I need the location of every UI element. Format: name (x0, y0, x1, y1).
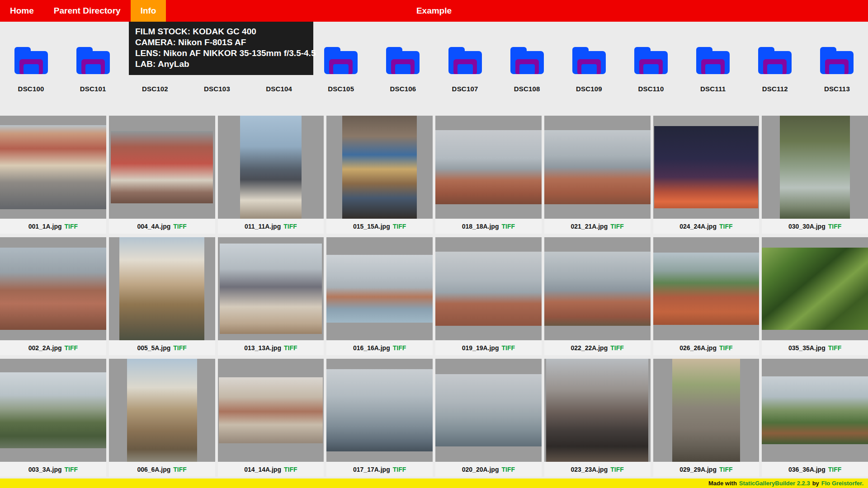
photo-format-link[interactable]: TIFF (501, 344, 515, 352)
photo-thumbnail[interactable] (0, 248, 106, 330)
photo-thumbnail[interactable] (762, 376, 868, 444)
folder-icon-inner (333, 64, 349, 74)
gallery-cell: 003_3A.jpgTIFF (0, 359, 106, 477)
photo-thumbnail[interactable] (435, 374, 542, 446)
footer-author-link[interactable]: Flo Greistorfer. (821, 480, 863, 487)
folder-icon-inner (395, 64, 410, 74)
photo-filename: 019_19A.jpg (462, 344, 499, 352)
photo-format-link[interactable]: TIFF (283, 223, 297, 230)
photo-thumbnail[interactable] (326, 255, 433, 323)
photo-thumbnail[interactable] (435, 252, 542, 326)
photo-label: 004_4A.jpgTIFF (109, 219, 215, 234)
photo-area (544, 359, 651, 462)
folder-label: DSC113 (824, 85, 850, 93)
folder-item-dsc110[interactable]: DSC110 (620, 47, 682, 116)
photo-thumbnail[interactable] (762, 248, 868, 330)
photo-thumbnail[interactable] (544, 252, 651, 326)
photo-format-link[interactable]: TIFF (501, 223, 515, 230)
photo-format-link[interactable]: TIFF (65, 223, 78, 230)
photo-thumbnail[interactable] (240, 116, 302, 219)
photo-format-link[interactable]: TIFF (284, 344, 297, 352)
photo-format-link[interactable]: TIFF (173, 344, 187, 352)
photo-format-link[interactable]: TIFF (501, 466, 515, 473)
folder-item-dsc113[interactable]: DSC113 (806, 47, 868, 116)
folder-item-dsc111[interactable]: DSC111 (682, 47, 744, 116)
folder-item-dsc109[interactable]: DSC109 (558, 47, 620, 116)
folder-icon-inner (85, 64, 101, 74)
folder-label: DSC112 (762, 85, 788, 93)
photo-format-link[interactable]: TIFF (610, 466, 624, 473)
folder-label: DSC107 (452, 85, 478, 93)
photo-filename: 011_11A.jpg (245, 223, 281, 230)
folder-label: DSC100 (18, 85, 44, 93)
photo-label: 005_5A.jpgTIFF (109, 340, 215, 355)
photo-thumbnail[interactable] (111, 131, 212, 203)
photo-format-link[interactable]: TIFF (173, 223, 187, 230)
photo-thumbnail[interactable] (342, 116, 416, 219)
photo-thumbnail[interactable] (653, 253, 760, 325)
gallery-cell: 036_36A.jpgTIFF (762, 359, 868, 477)
gallery-cell: 004_4A.jpgTIFF (109, 116, 215, 234)
photo-format-link[interactable]: TIFF (719, 223, 733, 230)
folder-item-dsc112[interactable]: DSC112 (744, 47, 806, 116)
gallery-cell: 019_19A.jpgTIFF (435, 237, 542, 355)
photo-format-link[interactable]: TIFF (828, 344, 842, 352)
nav-item-parent-directory[interactable]: Parent Directory (44, 0, 131, 22)
photo-format-link[interactable]: TIFF (65, 466, 78, 473)
photo-thumbnail[interactable] (127, 359, 197, 462)
tooltip-lab: LAB: AnyLab (135, 59, 307, 70)
photo-thumbnail[interactable] (780, 116, 850, 219)
photo-format-link[interactable]: TIFF (610, 344, 624, 352)
tooltip-lens: LENS: Nikon AF NIKKOR 35-135mm f/3.5-4.5 (135, 48, 307, 59)
photo-thumbnail[interactable] (0, 372, 106, 449)
gallery-cell: 006_6A.jpgTIFF (109, 359, 215, 477)
folder-icon-inner (705, 64, 721, 74)
folder-item-dsc107[interactable]: DSC107 (434, 47, 496, 116)
photo-format-link[interactable]: TIFF (828, 223, 842, 230)
gallery-cell: 017_17A.jpgTIFF (326, 359, 433, 477)
photo-format-link[interactable]: TIFF (284, 466, 297, 473)
photo-format-link[interactable]: TIFF (610, 223, 624, 230)
photo-format-link[interactable]: TIFF (173, 466, 187, 473)
footer-builder-link[interactable]: StaticGalleryBuilder 2.2.3 (739, 480, 810, 487)
photo-thumbnail[interactable] (219, 377, 323, 443)
photo-format-link[interactable]: TIFF (393, 466, 406, 473)
photo-area (218, 237, 324, 340)
photo-label: 017_17A.jpgTIFF (326, 462, 433, 477)
folder-item-dsc101[interactable]: DSC101 (62, 47, 124, 116)
photo-filename: 018_18A.jpg (462, 223, 499, 230)
folder-item-dsc100[interactable]: DSC100 (0, 47, 62, 116)
photo-thumbnail[interactable] (672, 359, 740, 462)
photo-thumbnail[interactable] (326, 369, 433, 451)
photo-thumbnail[interactable] (119, 237, 204, 340)
nav-item-info[interactable]: Info (131, 0, 166, 22)
photo-format-link[interactable]: TIFF (828, 466, 842, 473)
photo-area (653, 116, 760, 219)
photo-thumbnail[interactable] (654, 126, 758, 208)
photo-area (218, 116, 324, 219)
photo-thumbnail[interactable] (544, 130, 651, 204)
folder-item-dsc106[interactable]: DSC106 (372, 47, 434, 116)
nav-items: HomeParent DirectoryInfo (0, 0, 166, 22)
photo-format-link[interactable]: TIFF (719, 466, 733, 473)
photo-format-link[interactable]: TIFF (393, 344, 406, 352)
gallery-grid: 001_1A.jpgTIFF004_4A.jpgTIFF011_11A.jpgT… (0, 116, 868, 477)
photo-format-link[interactable]: TIFF (393, 223, 406, 230)
folder-item-dsc105[interactable]: DSC105 (310, 47, 372, 116)
folder-icon-inner (829, 64, 844, 74)
folder-icon-inner (519, 64, 535, 74)
folder-icon (696, 47, 730, 74)
photo-thumbnail[interactable] (435, 130, 542, 204)
gallery-cell: 021_21A.jpgTIFF (544, 116, 651, 234)
photo-area (435, 116, 542, 219)
folder-item-dsc108[interactable]: DSC108 (496, 47, 558, 116)
nav-item-home[interactable]: Home (0, 0, 44, 22)
photo-thumbnail[interactable] (0, 125, 106, 210)
photo-thumbnail[interactable] (546, 359, 648, 462)
photo-format-link[interactable]: TIFF (719, 344, 733, 352)
photo-area (326, 116, 433, 219)
gallery-cell: 011_11A.jpgTIFF (218, 116, 324, 234)
tooltip-camera: CAMERA: Nikon F-801S AF (135, 37, 307, 48)
photo-format-link[interactable]: TIFF (65, 344, 78, 352)
photo-thumbnail[interactable] (220, 244, 321, 334)
